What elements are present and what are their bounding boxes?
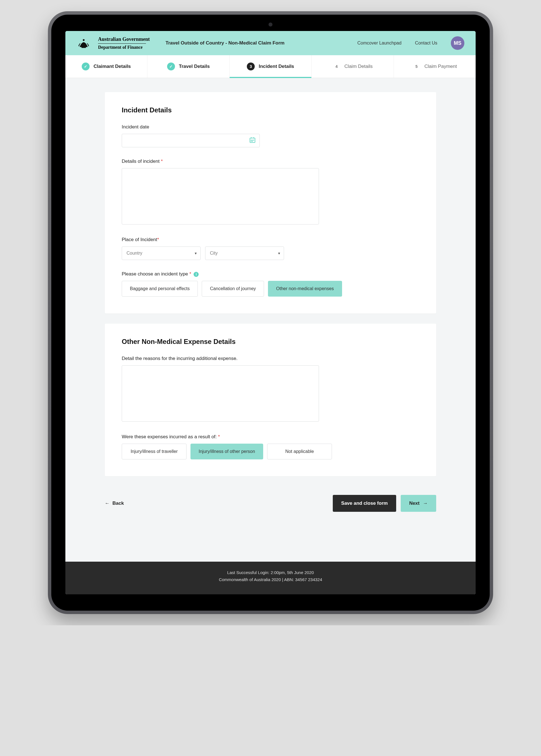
- incident-date-input[interactable]: [122, 134, 260, 147]
- footer: Last Successful Login: 2:00pm, 5th June …: [65, 562, 476, 594]
- svg-rect-5: [251, 140, 252, 141]
- tablet-frame: Australian Government Department of Fina…: [48, 11, 493, 614]
- label-text: Place of Incident: [122, 237, 157, 242]
- country-select-wrap: [122, 246, 201, 260]
- check-icon: ✓: [82, 63, 90, 70]
- contact-link[interactable]: Contact Us: [415, 41, 437, 46]
- required-asterisk: *: [157, 237, 159, 242]
- form-title: Travel Outside of Country - Non-Medical …: [166, 40, 284, 46]
- option-cancellation[interactable]: Cancellation of journey: [202, 281, 264, 297]
- expense-detail-label: Detail the reasons for the incurring add…: [122, 356, 419, 361]
- arrow-left-icon: ←: [105, 501, 110, 506]
- expense-detail-textarea[interactable]: [122, 365, 319, 422]
- incident-date-field: [122, 134, 260, 147]
- step-travel-details[interactable]: ✓ Travel Details: [147, 55, 230, 78]
- city-select[interactable]: [205, 246, 284, 260]
- details-of-incident-textarea[interactable]: [122, 168, 319, 224]
- arrow-right-icon: →: [423, 501, 428, 506]
- label-text: Details of incident: [122, 159, 161, 164]
- incident-type-label: Please choose an incident type * i: [122, 271, 419, 277]
- back-button[interactable]: ← Back: [105, 501, 124, 506]
- form-actions: ← Back Save and close form Next→: [105, 487, 436, 532]
- details-of-incident-label: Details of incident *: [122, 159, 419, 164]
- app-header: Australian Government Department of Fina…: [65, 31, 476, 55]
- option-baggage[interactable]: Baggage and personal effects: [122, 281, 198, 297]
- step-claim-payment[interactable]: 5 Claim Payment: [394, 55, 476, 78]
- required-asterisk: *: [218, 434, 220, 439]
- option-not-applicable[interactable]: Not applicable: [267, 444, 332, 459]
- save-close-button[interactable]: Save and close form: [333, 495, 396, 512]
- calendar-icon[interactable]: [249, 137, 256, 145]
- place-of-incident-label: Place of Incident*: [122, 237, 419, 242]
- user-avatar[interactable]: MS: [451, 36, 464, 50]
- save-label: Save and close form: [341, 501, 388, 506]
- main-content: Incident Details Incident date Details o…: [65, 78, 476, 562]
- required-asterisk: *: [189, 271, 191, 277]
- option-injury-other[interactable]: Injury/illness of other person: [191, 444, 263, 459]
- svg-rect-7: [253, 140, 254, 141]
- section-title: Incident Details: [122, 106, 419, 114]
- step-claimant-details[interactable]: ✓ Claimant Details: [65, 55, 147, 78]
- check-icon: ✓: [167, 63, 175, 70]
- next-label: Next: [409, 501, 419, 506]
- step-label: Incident Details: [259, 64, 294, 69]
- svg-rect-6: [252, 140, 253, 141]
- next-button[interactable]: Next→: [401, 495, 436, 512]
- step-label: Claim Payment: [424, 64, 457, 69]
- incident-date-label: Incident date: [122, 124, 419, 130]
- svg-rect-1: [81, 47, 86, 48]
- svg-rect-8: [251, 141, 252, 142]
- expense-result-label: Were these expenses incurred as a result…: [122, 434, 419, 440]
- gov-title-block: Australian Government Department of Fina…: [98, 37, 150, 50]
- info-icon[interactable]: i: [194, 272, 199, 277]
- svg-rect-9: [252, 141, 253, 142]
- footer-copyright: Commonwealth of Australia 2020 | ABN: 34…: [71, 577, 470, 582]
- section-title: Other Non-Medical Expense Details: [122, 338, 419, 346]
- stepper: ✓ Claimant Details ✓ Travel Details 3 In…: [65, 55, 476, 78]
- footer-login-info: Last Successful Login: 2:00pm, 5th June …: [71, 570, 470, 575]
- step-label: Claim Details: [344, 64, 372, 69]
- step-number: 4: [332, 63, 340, 70]
- step-label: Travel Details: [179, 64, 210, 69]
- gov-crest-icon: [77, 36, 91, 50]
- step-number: 5: [412, 63, 420, 70]
- required-asterisk: *: [161, 159, 163, 164]
- step-claim-details[interactable]: 4 Claim Details: [311, 55, 394, 78]
- step-label: Claimant Details: [94, 64, 131, 69]
- incident-details-card: Incident Details Incident date Details o…: [105, 92, 436, 313]
- label-text: Please choose an incident type: [122, 271, 189, 277]
- option-injury-traveller[interactable]: Injury/illness of traveller: [122, 444, 187, 459]
- svg-rect-3: [251, 137, 252, 139]
- gov-line1: Australian Government: [98, 37, 150, 42]
- launchpad-link[interactable]: Comcover Launchpad: [357, 41, 401, 46]
- tablet-bezel: Australian Government Department of Fina…: [51, 15, 490, 611]
- back-label: Back: [112, 501, 124, 506]
- gov-line2: Department of Finance: [98, 45, 150, 50]
- header-right: Comcover Launchpad Contact Us MS: [357, 36, 464, 50]
- country-select[interactable]: [122, 246, 201, 260]
- step-incident-details[interactable]: 3 Incident Details: [230, 55, 311, 78]
- step-number: 3: [247, 63, 255, 70]
- app-screen: Australian Government Department of Fina…: [65, 31, 476, 594]
- city-select-wrap: [205, 246, 284, 260]
- actions-right: Save and close form Next→: [333, 495, 436, 512]
- svg-point-0: [83, 39, 85, 41]
- tablet-camera: [269, 23, 272, 27]
- label-text: Were these expenses incurred as a result…: [122, 434, 218, 439]
- other-expense-card: Other Non-Medical Expense Details Detail…: [105, 324, 436, 476]
- place-select-row: [122, 246, 419, 260]
- svg-rect-4: [253, 137, 254, 139]
- incident-type-options: Baggage and personal effects Cancellatio…: [122, 281, 419, 297]
- gov-divider: [98, 43, 146, 44]
- expense-result-options: Injury/illness of traveller Injury/illne…: [122, 444, 419, 459]
- option-other-expenses[interactable]: Other non-medical expenses: [268, 281, 342, 297]
